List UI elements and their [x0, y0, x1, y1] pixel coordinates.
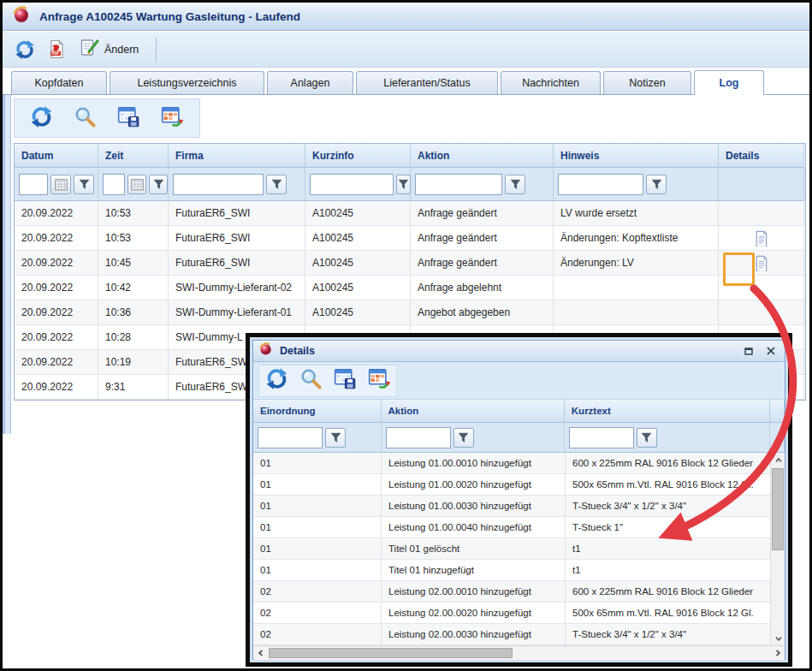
column-header-aktion[interactable]: Aktion	[382, 400, 565, 423]
column-header-zeit[interactable]: Zeit	[98, 144, 169, 168]
details-row[interactable]: 02Leistung 02.00.0010 hinzugefügt600 x 2…	[253, 581, 785, 603]
details-doc-icon[interactable]	[753, 255, 769, 271]
scroll-up-icon	[773, 455, 784, 466]
details-row[interactable]: 01Titel 01 gelöschtt1	[253, 538, 785, 560]
table-save-button[interactable]	[334, 367, 357, 394]
funnel-icon	[509, 178, 522, 191]
column-header-hinweis[interactable]: Hinweis	[554, 144, 719, 168]
log-row[interactable]: 20.09.202210:42SWI-Dummy-Lieferant-02A10…	[15, 276, 805, 300]
horizontal-scrollbar[interactable]	[253, 645, 785, 660]
log-row[interactable]: 20.09.202210:53FuturaER6_SWIA100245Anfra…	[15, 226, 805, 251]
tab-log[interactable]: Log	[694, 70, 764, 95]
calendar-button[interactable]	[50, 175, 71, 194]
cell-firma: FuturaER6_SWI	[169, 251, 305, 276]
filter-input-einordnung[interactable]	[258, 427, 323, 448]
refresh-icon	[265, 367, 288, 390]
tab-lieferanten-status[interactable]: Lieferanten/Status	[356, 71, 498, 94]
scrollbar-thumb[interactable]	[772, 468, 784, 550]
column-header-datum[interactable]: Datum	[15, 144, 98, 168]
filter-input-kurzinfo[interactable]	[310, 174, 394, 195]
details-row[interactable]: 02Leistung 02.00.0030 hinzugefügtT-Stuec…	[253, 624, 785, 645]
vertical-scrollbar[interactable]	[770, 453, 785, 645]
close-icon	[766, 346, 776, 356]
close-window-button[interactable]	[763, 344, 779, 358]
table-save-button[interactable]	[117, 105, 140, 132]
details-row[interactable]: 01Titel 01 hinzugefügtt1	[253, 560, 785, 581]
details-row[interactable]: 01Leistung 01.00.0020 hinzugefügt500x 65…	[253, 474, 785, 496]
funnel-icon	[640, 431, 653, 444]
details-row[interactable]: 01Leistung 01.00.0030 hinzugefügtT-Stuec…	[253, 496, 785, 517]
details-row[interactable]: 02Leistung 02.00.0020 hinzugefügt500x 65…	[253, 603, 785, 624]
log-row[interactable]: 20.09.202210:36SWI-Dummy-Lieferant-01A10…	[15, 300, 805, 325]
details-doc-icon[interactable]	[753, 230, 769, 246]
filter-funnel-button[interactable]	[396, 175, 411, 194]
refresh-button[interactable]	[15, 39, 35, 60]
funnel-icon	[78, 178, 91, 191]
filter-input-hinweis[interactable]	[558, 174, 643, 195]
column-header-aktion[interactable]: Aktion	[411, 144, 554, 168]
filter-input-datum[interactable]	[19, 174, 48, 195]
details-row[interactable]: 01Leistung 01.00.0040 hinzugefügtT-Stuec…	[253, 517, 785, 538]
details-window-title: Details	[280, 345, 734, 357]
scroll-left-icon[interactable]	[253, 646, 268, 661]
annotation-highlight-box	[723, 252, 755, 286]
edit-icon	[80, 38, 100, 62]
filter-input-firma[interactable]	[173, 174, 264, 195]
column-header-kurztext[interactable]: Kurztext	[565, 400, 770, 423]
app-logo-icon	[13, 6, 31, 27]
cell-hinweis	[554, 300, 719, 325]
scrollbar-thumb[interactable]	[269, 648, 513, 658]
tab-anlagen[interactable]: Anlagen	[267, 71, 353, 94]
table-export-button[interactable]	[368, 367, 391, 394]
filter-funnel-button[interactable]	[74, 175, 94, 194]
tab-leistungsverzeichnis[interactable]: Leistungsverzeichnis	[110, 71, 264, 94]
tab-bar: KopfdatenLeistungsverzeichnisAnlagenLief…	[3, 69, 809, 95]
cell-kurzinfo: A100245	[305, 226, 411, 251]
column-header-kurzinfo[interactable]: Kurzinfo	[305, 144, 411, 168]
pdf-export-button[interactable]: PDF	[47, 39, 68, 60]
restore-window-button[interactable]	[741, 344, 756, 358]
filter-input-aktion[interactable]	[415, 174, 502, 195]
filter-funnel-button[interactable]	[325, 428, 346, 448]
cell-einordnung: 02	[253, 603, 382, 624]
edit-icon	[80, 38, 100, 58]
cell-datum: 20.09.2022	[15, 350, 98, 375]
filter-funnel-button[interactable]	[453, 428, 474, 448]
cell-aktion: Leistung 01.00.0020 hinzugefügt	[382, 474, 566, 496]
cell-kurztext: 600 x 225mm RAL 9016 Block 12 Glieder	[566, 581, 772, 603]
filter-input-zeit[interactable]	[103, 174, 125, 195]
search-button[interactable]	[299, 367, 323, 394]
scroll-down-button[interactable]	[771, 631, 785, 645]
filter-input-aktion[interactable]	[386, 427, 451, 448]
column-header-details[interactable]: Details	[719, 144, 804, 168]
tab-notizen[interactable]: Notizen	[603, 71, 691, 94]
filter-funnel-button[interactable]	[505, 175, 525, 194]
search-button[interactable]	[74, 105, 97, 132]
table-save-icon	[334, 367, 357, 390]
column-header-firma[interactable]: Firma	[169, 144, 305, 168]
cell-kurztext: T-Stueck 1"	[566, 517, 772, 538]
filter-input-kurztext[interactable]	[569, 427, 634, 448]
filter-funnel-button[interactable]	[637, 428, 657, 448]
cell-zeit: 9:31	[98, 375, 169, 400]
scroll-up-button[interactable]	[771, 453, 785, 467]
filter-funnel-button[interactable]	[646, 175, 667, 194]
aendern-button[interactable]: Ändern	[80, 38, 139, 62]
cell-hinweis	[554, 276, 719, 300]
tab-nachrichten[interactable]: Nachrichten	[501, 71, 601, 94]
cell-details_icon	[719, 300, 804, 325]
log-row[interactable]: 20.09.202210:53FuturaER6_SWIA100245Anfra…	[15, 201, 805, 226]
details-titlebar[interactable]: Details	[253, 341, 785, 362]
filter-funnel-button[interactable]	[266, 175, 287, 194]
column-header-einordnung[interactable]: Einordnung	[253, 400, 382, 423]
filter-funnel-button[interactable]	[149, 175, 168, 194]
tab-kopfdaten[interactable]: Kopfdaten	[11, 71, 107, 94]
cell-kurztext: T-Stueck 3/4" x 1/2" x 3/4"	[566, 496, 772, 517]
refresh-button[interactable]	[265, 367, 288, 394]
log-row[interactable]: 20.09.202210:45FuturaER6_SWIA100245Anfra…	[15, 251, 805, 276]
details-row[interactable]: 01Leistung 01.00.0010 hinzugefügt600 x 2…	[253, 453, 785, 474]
calendar-button[interactable]	[127, 175, 146, 194]
refresh-button[interactable]	[30, 105, 53, 132]
scroll-right-icon[interactable]	[770, 646, 785, 661]
table-export-button[interactable]	[161, 105, 184, 132]
